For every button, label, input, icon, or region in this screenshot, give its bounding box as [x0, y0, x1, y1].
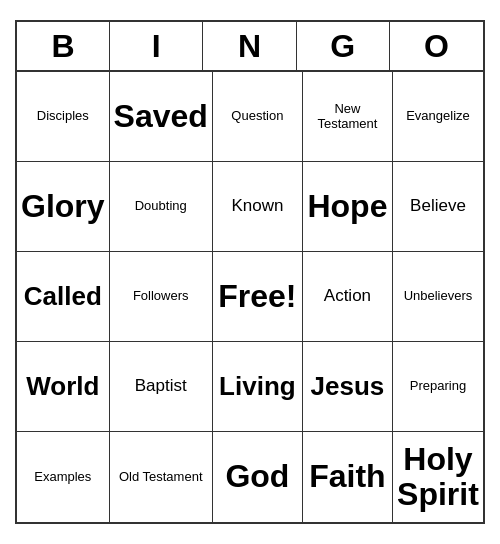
bingo-cell: Called [17, 252, 110, 342]
bingo-cell: Unbelievers [393, 252, 483, 342]
cell-text: Doubting [135, 199, 187, 213]
cell-text: Old Testament [119, 470, 203, 484]
bingo-cell: Action [303, 252, 393, 342]
cell-text: Examples [34, 470, 91, 484]
bingo-grid: DisciplesSavedQuestionNew TestamentEvang… [17, 72, 483, 522]
cell-text: Jesus [311, 372, 385, 401]
bingo-cell: New Testament [303, 72, 393, 162]
bingo-cell: Holy Spirit [393, 432, 483, 522]
cell-text: Free! [218, 279, 296, 314]
bingo-cell: Free! [213, 252, 303, 342]
cell-text: Evangelize [406, 109, 470, 123]
header-letter: N [203, 22, 296, 70]
bingo-cell: Examples [17, 432, 110, 522]
bingo-cell: Known [213, 162, 303, 252]
bingo-header: BINGO [17, 22, 483, 72]
header-letter: O [390, 22, 483, 70]
cell-text: Question [231, 109, 283, 123]
bingo-cell: God [213, 432, 303, 522]
header-letter: B [17, 22, 110, 70]
bingo-cell: Baptist [110, 342, 213, 432]
cell-text: Called [24, 282, 102, 311]
bingo-card: BINGO DisciplesSavedQuestionNew Testamen… [15, 20, 485, 524]
cell-text: Disciples [37, 109, 89, 123]
cell-text: Glory [21, 189, 105, 224]
cell-text: Living [219, 372, 296, 401]
cell-text: Saved [114, 99, 208, 134]
bingo-cell: Disciples [17, 72, 110, 162]
cell-text: Baptist [135, 377, 187, 396]
bingo-cell: Old Testament [110, 432, 213, 522]
bingo-cell: Jesus [303, 342, 393, 432]
cell-text: Believe [410, 197, 466, 216]
bingo-cell: Doubting [110, 162, 213, 252]
cell-text: Preparing [410, 379, 466, 393]
cell-text: Known [231, 197, 283, 216]
bingo-cell: Hope [303, 162, 393, 252]
bingo-cell: Glory [17, 162, 110, 252]
bingo-cell: Evangelize [393, 72, 483, 162]
bingo-cell: Faith [303, 432, 393, 522]
cell-text: Unbelievers [404, 289, 473, 303]
cell-text: World [26, 372, 99, 401]
header-letter: I [110, 22, 203, 70]
bingo-cell: World [17, 342, 110, 432]
cell-text: Holy Spirit [397, 442, 479, 512]
cell-text: Hope [307, 189, 387, 224]
bingo-cell: Living [213, 342, 303, 432]
header-letter: G [297, 22, 390, 70]
cell-text: New Testament [307, 102, 388, 131]
cell-text: God [225, 459, 289, 494]
bingo-cell: Question [213, 72, 303, 162]
cell-text: Action [324, 287, 371, 306]
bingo-cell: Believe [393, 162, 483, 252]
cell-text: Followers [133, 289, 189, 303]
bingo-cell: Preparing [393, 342, 483, 432]
bingo-cell: Saved [110, 72, 213, 162]
cell-text: Faith [309, 459, 385, 494]
bingo-cell: Followers [110, 252, 213, 342]
